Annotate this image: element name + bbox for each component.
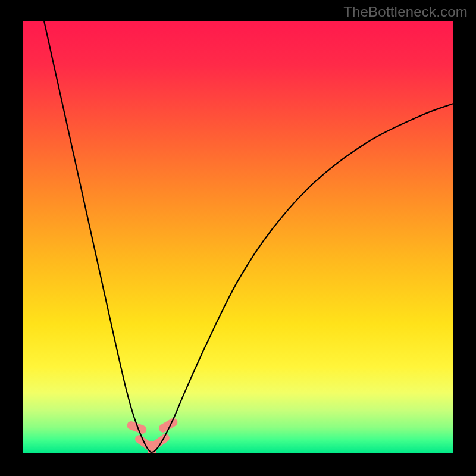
watermark-text: TheBottleneck.com [343,4,468,20]
bottleneck-chart [0,0,476,476]
chart-frame: TheBottleneck.com [0,0,476,476]
gradient-background [23,21,453,453]
